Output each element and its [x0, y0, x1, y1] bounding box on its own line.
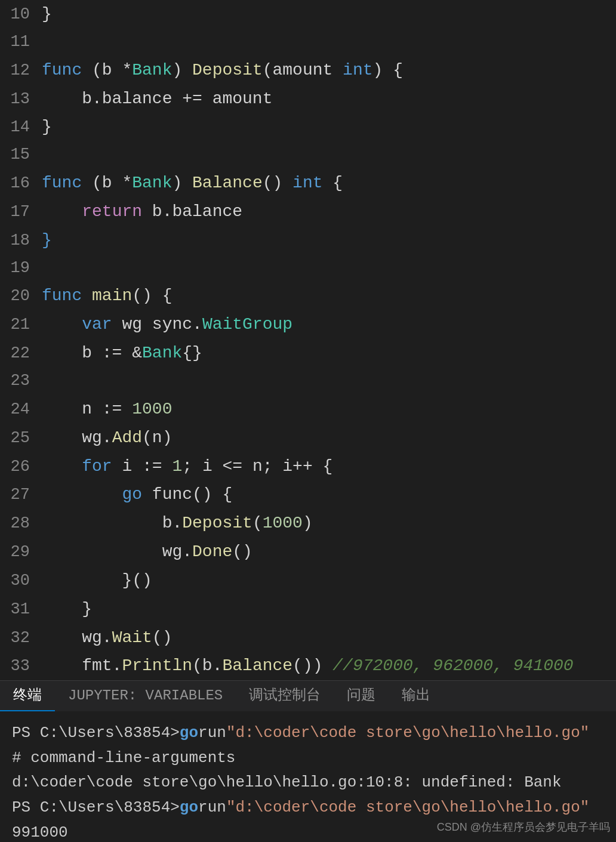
code-line: 20func main() { [0, 282, 616, 310]
line-number: 32 [0, 626, 42, 651]
line-content: var wg sync.WaitGroup [42, 311, 616, 337]
code-line: 11 [0, 29, 616, 56]
code-line: 32 wg.Wait() [0, 624, 616, 652]
line-number: 27 [0, 483, 42, 508]
line-number: 22 [0, 341, 42, 366]
code-line: 14} [0, 113, 616, 141]
code-line: 29 wg.Done() [0, 538, 616, 566]
watermark: CSDN @仿生程序员会梦见电子羊吗 [437, 819, 610, 836]
code-line: 17 return b.balance [0, 198, 616, 226]
panel-tab-bar[interactable]: 终端JUPYTER: VARIABLES调试控制台问题输出 [0, 680, 616, 711]
line-number: 15 [0, 143, 42, 168]
code-line: 24 n := 1000 [0, 395, 616, 424]
line-number: 23 [0, 369, 42, 394]
line-number: 19 [0, 256, 42, 281]
code-line: 16func (b *Bank) Balance() int { [0, 169, 616, 198]
code-line: 33 fmt.Println(b.Balance()) //972000, 96… [0, 652, 616, 680]
code-line: 18} [0, 226, 616, 255]
code-line: 26 for i := 1; i <= n; i++ { [0, 452, 616, 481]
code-editor: 10}1112func (b *Bank) Deposit(amount int… [0, 0, 616, 680]
terminal-line: # command-line-arguments [12, 746, 604, 771]
line-number: 25 [0, 426, 42, 451]
code-line: 10} [0, 0, 616, 29]
line-content: b.Deposit(1000) [42, 510, 616, 536]
line-number: 26 [0, 455, 42, 480]
line-number: 33 [0, 654, 42, 679]
panel-tab-3[interactable]: 问题 [334, 681, 389, 711]
line-number: 14 [0, 115, 42, 140]
line-content: wg.Add(n) [42, 425, 616, 451]
line-number: 17 [0, 200, 42, 225]
panel-tab-0[interactable]: 终端 [0, 681, 55, 711]
line-content: wg.Wait() [42, 625, 616, 650]
panel-tab-2[interactable]: 调试控制台 [236, 681, 334, 711]
code-line: 13 b.balance += amount [0, 85, 616, 113]
line-content: } [42, 114, 616, 140]
line-content: return b.balance [42, 199, 616, 224]
code-line: 27 go func() { [0, 480, 616, 509]
code-line: 25 wg.Add(n) [0, 424, 616, 452]
code-line: 22 b := &Bank{} [0, 339, 616, 368]
line-number: 11 [0, 30, 42, 55]
line-content: wg.Done() [42, 539, 616, 565]
line-number: 13 [0, 87, 42, 112]
code-line: 23 [0, 368, 616, 395]
panel-tab-4[interactable]: 输出 [389, 681, 443, 711]
line-content: } [42, 227, 616, 253]
line-content: }() [42, 567, 616, 593]
line-content: for i := 1; i <= n; i++ { [42, 454, 616, 479]
line-content: fmt.Println(b.Balance()) //972000, 96200… [42, 653, 616, 678]
line-content: } [42, 1, 616, 27]
code-line: 30 }() [0, 566, 616, 595]
terminal-line: d:\coder\code store\go\hello\hello.go:10… [12, 770, 604, 795]
code-line: 31 } [0, 595, 616, 624]
code-line: 28 b.Deposit(1000) [0, 509, 616, 538]
code-line: 21 var wg sync.WaitGroup [0, 310, 616, 339]
line-content: } [42, 596, 616, 622]
line-number: 12 [0, 58, 42, 84]
line-number: 30 [0, 569, 42, 594]
line-content: func (b *Bank) Balance() int { [42, 170, 616, 196]
line-number: 24 [0, 397, 42, 422]
line-content: b.balance += amount [42, 86, 616, 112]
line-content: b := &Bank{} [42, 340, 616, 366]
code-line: 12func (b *Bank) Deposit(amount int) { [0, 56, 616, 85]
line-number: 28 [0, 511, 42, 536]
line-number: 10 [0, 2, 42, 27]
line-content: go func() { [42, 482, 616, 507]
line-number: 21 [0, 313, 42, 338]
terminal-line: PS C:\Users\83854> go run "d:\coder\code… [12, 795, 604, 821]
terminal-line: PS C:\Users\83854> go run "d:\coder\code… [12, 721, 604, 746]
line-content: n := 1000 [42, 396, 616, 422]
line-number: 20 [0, 284, 42, 309]
line-number: 31 [0, 597, 42, 622]
line-content: func (b *Bank) Deposit(amount int) { [42, 57, 616, 83]
code-line: 15 [0, 141, 616, 169]
line-number: 29 [0, 540, 42, 565]
code-line: 19 [0, 255, 616, 282]
panel-tab-1[interactable]: JUPYTER: VARIABLES [55, 681, 236, 711]
line-content: func main() { [42, 283, 616, 309]
line-number: 16 [0, 171, 42, 196]
line-number: 18 [0, 229, 42, 254]
